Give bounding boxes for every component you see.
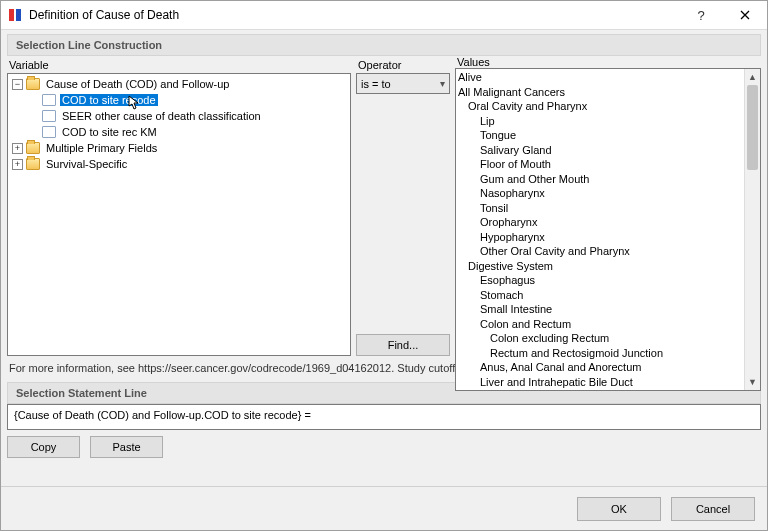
expand-icon[interactable]: + xyxy=(12,143,23,154)
svg-rect-0 xyxy=(9,9,14,21)
cursor-icon xyxy=(128,95,142,113)
help-button[interactable]: ? xyxy=(679,1,723,29)
value-item[interactable]: Tongue xyxy=(458,128,742,143)
value-item[interactable]: Digestive System xyxy=(458,259,742,274)
variable-header: Variable xyxy=(7,56,351,73)
ok-button[interactable]: OK xyxy=(577,497,661,521)
value-item[interactable]: Nasopharynx xyxy=(458,186,742,201)
collapse-icon[interactable]: − xyxy=(12,79,23,90)
cancel-button[interactable]: Cancel xyxy=(671,497,755,521)
tree-node-cod-followup[interactable]: − Cause of Death (COD) and Follow-up xyxy=(8,76,350,92)
value-item[interactable]: Small Intestine xyxy=(458,302,742,317)
tree-node-cod-rec-km[interactable]: COD to site rec KM xyxy=(8,124,350,140)
copy-button[interactable]: Copy xyxy=(7,436,80,458)
value-item[interactable]: Gum and Other Mouth xyxy=(458,172,742,187)
folder-icon xyxy=(26,142,40,154)
file-icon xyxy=(42,94,56,106)
value-item[interactable]: Colon excluding Rectum xyxy=(458,331,742,346)
chevron-down-icon: ▾ xyxy=(440,78,445,89)
value-item[interactable]: All Malignant Cancers xyxy=(458,85,742,100)
value-item[interactable]: Oropharynx xyxy=(458,215,742,230)
tree-node-cod-site-recode[interactable]: COD to site recode xyxy=(8,92,350,108)
app-icon xyxy=(7,7,23,23)
tree-node-seer-other[interactable]: SEER other cause of death classification xyxy=(8,108,350,124)
file-icon xyxy=(42,126,56,138)
file-icon xyxy=(42,110,56,122)
statement-input[interactable]: {Cause of Death (COD) and Follow-up.COD … xyxy=(7,404,761,430)
expand-icon[interactable]: + xyxy=(12,159,23,170)
value-item[interactable]: Oral Cavity and Pharynx xyxy=(458,99,742,114)
paste-button[interactable]: Paste xyxy=(90,436,163,458)
section-selection-construction: Selection Line Construction xyxy=(7,34,761,56)
operator-header: Operator xyxy=(356,56,450,73)
value-item[interactable]: Liver and Intrahepatic Bile Duct xyxy=(458,375,742,390)
scroll-thumb[interactable] xyxy=(747,85,758,170)
value-item[interactable]: Floor of Mouth xyxy=(458,157,742,172)
tree-node-multiple-primary[interactable]: + Multiple Primary Fields xyxy=(8,140,350,156)
folder-open-icon xyxy=(26,78,40,90)
value-item[interactable]: Tonsil xyxy=(458,201,742,216)
operator-select[interactable]: is = to ▾ xyxy=(356,73,450,94)
value-item[interactable]: Alive xyxy=(458,70,742,85)
value-item[interactable]: Anus, Anal Canal and Anorectum xyxy=(458,360,742,375)
values-scrollbar[interactable]: ▲ ▼ xyxy=(744,69,760,390)
window-title: Definition of Cause of Death xyxy=(29,8,179,22)
svg-rect-1 xyxy=(16,9,21,21)
variable-tree[interactable]: − Cause of Death (COD) and Follow-up COD… xyxy=(7,73,351,356)
value-item[interactable]: Lip xyxy=(458,114,742,129)
value-item[interactable]: Hypopharynx xyxy=(458,230,742,245)
scroll-up-icon[interactable]: ▲ xyxy=(745,69,760,85)
folder-icon xyxy=(26,158,40,170)
values-header: Values xyxy=(455,56,761,68)
find-button[interactable]: Find... xyxy=(356,334,450,356)
values-list[interactable]: Alive All Malignant Cancers Oral Cavity … xyxy=(455,68,761,391)
value-item[interactable]: Stomach xyxy=(458,288,742,303)
tree-node-survival-specific[interactable]: + Survival-Specific xyxy=(8,156,350,172)
value-item[interactable]: Other Oral Cavity and Pharynx xyxy=(458,244,742,259)
close-button[interactable] xyxy=(723,1,767,29)
dialog-window: Definition of Cause of Death ? Selection… xyxy=(0,0,768,531)
value-item[interactable]: Colon and Rectum xyxy=(458,317,742,332)
value-item[interactable]: Salivary Gland xyxy=(458,143,742,158)
value-item[interactable]: Rectum and Rectosigmoid Junction xyxy=(458,346,742,361)
titlebar: Definition of Cause of Death ? xyxy=(1,1,767,30)
value-item[interactable]: Esophagus xyxy=(458,273,742,288)
scroll-down-icon[interactable]: ▼ xyxy=(745,374,760,390)
dialog-footer: OK Cancel xyxy=(1,486,767,530)
